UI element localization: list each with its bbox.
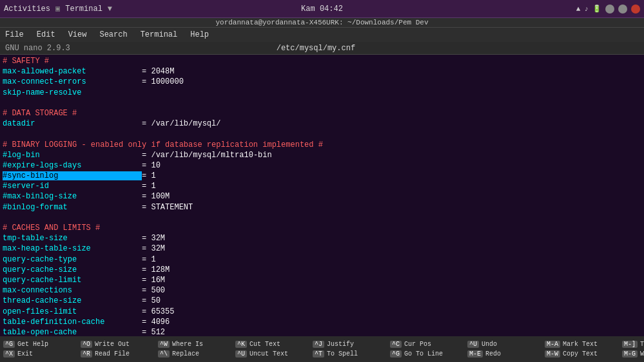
shortcut-G-get-help[interactable]: ^GGet Help (1, 340, 79, 348)
shortcut-label: To Spell (327, 350, 358, 357)
tray-icons: ▲ ♪ 🔋 (576, 5, 601, 13)
terminal-label[interactable]: Terminal (65, 5, 102, 14)
shortcut-key: ^G (390, 350, 402, 357)
shortcut-label: Uncut Text (249, 350, 288, 357)
shortcut-J-justify[interactable]: ^JJustify (311, 340, 388, 348)
shortcut-ME-redo[interactable]: M-ERedo (465, 350, 543, 358)
clock-display: Kam 04:42 (301, 5, 343, 14)
power-icon: 🔋 (592, 5, 601, 13)
shortcut-K-cut-text[interactable]: ^KCut Text (233, 340, 311, 348)
nano-shortcuts: ^GGet Help^OWrite Out^WWhere Is^KCut Tex… (0, 336, 644, 362)
shortcut-G-go-to-line[interactable]: ^GGo To Line (388, 350, 465, 358)
close-button[interactable] (631, 5, 640, 14)
shortcut-key: ^T (313, 350, 324, 357)
minimize-button[interactable] (605, 5, 614, 14)
menu-search[interactable]: Search (97, 30, 130, 39)
shortcut-C-cur-pos[interactable]: ^CCur Pos (388, 340, 465, 348)
shortcut-key: M-E (467, 350, 483, 357)
shortcut-label: WhereIs Next (640, 350, 644, 357)
dropdown-icon[interactable]: ▼ (108, 5, 112, 14)
shortcut-R-read-file[interactable]: ^RRead File (79, 350, 156, 358)
shortcut-label: Read File (95, 350, 130, 357)
menu-help[interactable]: Help (188, 30, 211, 39)
shortcut-key: ^W (158, 341, 170, 348)
shortcut-key: ^U (235, 350, 247, 357)
shortcut-label: Where Is (172, 341, 203, 348)
nano-filename: /etc/mysql/my.cnf (70, 44, 561, 53)
shortcut-key: ^C (390, 341, 402, 348)
shortcut-label: Get Help (17, 341, 48, 348)
nano-top-bar: GNU nano 2.9.3 /etc/mysql/my.cnf (0, 42, 644, 55)
activities-label[interactable]: Activities (4, 5, 50, 14)
menu-view[interactable]: View (66, 30, 90, 39)
shortcut-row-2: ^XExit^RRead File^\Replace^UUncut Text^T… (0, 349, 644, 359)
shortcut-label: Undo (482, 341, 497, 348)
shortcut-label: Mark Text (563, 341, 598, 348)
shortcut-T-to-spell[interactable]: ^TTo Spell (311, 350, 388, 358)
shortcut-key: ^U (467, 341, 479, 348)
title-bar-left: Activities ▣ Terminal ▼ (4, 4, 112, 14)
title-bar-center: Kam 04:42 (301, 5, 343, 14)
shortcut-M-to-bracket[interactable]: M-]To Bracket (620, 340, 644, 348)
nano-modified (561, 44, 639, 53)
shortcut-label: Justify (327, 341, 354, 348)
shortcut-key: ^K (235, 341, 247, 348)
terminal-icon: ▣ (55, 4, 60, 14)
shortcut-label: Replace (172, 350, 199, 357)
shortcut-key: M-A (545, 341, 560, 348)
title-bar-right: ▲ ♪ 🔋 (576, 5, 640, 14)
shortcut-key: ^\ (158, 350, 170, 357)
shortcut-W-where-is[interactable]: ^WWhere Is (156, 340, 233, 348)
shortcut-label: Cur Pos (404, 341, 431, 348)
shortcut-key: ^G (3, 341, 15, 348)
shortcut-U-uncut-text[interactable]: ^UUncut Text (233, 350, 311, 358)
shortcut-MW-copy-text[interactable]: M-WCopy Text (543, 350, 620, 358)
title-bar: Activities ▣ Terminal ▼ Kam 04:42 ▲ ♪ 🔋 (0, 0, 644, 18)
shortcut-label: Redo (485, 350, 501, 357)
shortcut-row-1: ^GGet Help^OWrite Out^WWhere Is^KCut Tex… (0, 339, 644, 349)
shortcut-label: Go To Line (404, 350, 443, 357)
menu-bar: File Edit View Search Terminal Help (0, 28, 644, 42)
menu-terminal[interactable]: Terminal (138, 30, 181, 39)
wifi-icon: ▲ (576, 5, 581, 13)
shortcut-key: ^X (3, 350, 15, 357)
sound-icon: ♪ (584, 5, 589, 13)
shortcut-MA-mark-text[interactable]: M-AMark Text (543, 340, 620, 348)
shortcut-key: M-W (545, 350, 560, 357)
editor-area[interactable]: # SAFETY # max-allowed-packet = 2048M ma… (0, 55, 644, 336)
shortcut-key: ^R (81, 350, 92, 357)
maximize-button[interactable] (618, 5, 627, 14)
window-subtitle: yordannata@yordannata-X456URK: ~/Downloa… (0, 18, 644, 28)
shortcut-key: M-] (622, 341, 638, 348)
shortcut-label: Copy Text (563, 350, 598, 357)
shortcut--replace[interactable]: ^\Replace (156, 350, 233, 358)
shortcut-label: Cut Text (249, 341, 280, 348)
shortcut-U-undo[interactable]: ^UUndo (465, 340, 543, 348)
menu-file[interactable]: File (3, 30, 26, 39)
shortcut-X-exit[interactable]: ^XExit (1, 350, 79, 358)
shortcut-key: ^O (81, 341, 92, 348)
shortcut-key: ^J (313, 341, 324, 348)
shortcut-key: M-G (622, 350, 638, 357)
shortcut-MG-whereis-next[interactable]: M-GWhereIs Next (620, 350, 644, 358)
shortcut-label: To Bracket (640, 341, 644, 348)
menu-edit[interactable]: Edit (34, 30, 58, 39)
shortcut-label: Write Out (95, 341, 130, 348)
shortcut-O-write-out[interactable]: ^OWrite Out (79, 340, 156, 348)
nano-version: GNU nano 2.9.3 (5, 44, 70, 53)
shortcut-label: Exit (17, 350, 33, 357)
